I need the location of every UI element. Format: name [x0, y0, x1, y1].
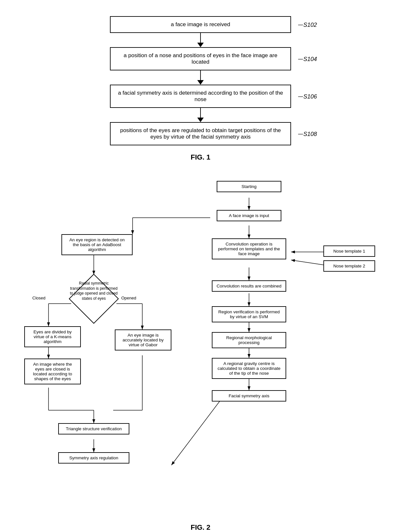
face-image-input-box: A face image is input: [217, 210, 281, 221]
regional-morphological-text: Regional morphological processing: [226, 335, 272, 345]
arrow-1: [197, 33, 204, 47]
closed-label: Closed: [32, 296, 45, 300]
eye-gabor-text: An eye image is accurately located by vi…: [123, 333, 164, 347]
convolution-results-text: Convolution results are combined: [217, 284, 281, 288]
step-s104-label: ⸺S104: [297, 55, 317, 63]
eye-gabor-box: An eye image is accurately located by vi…: [115, 329, 171, 350]
starting-box: Starting: [217, 181, 281, 192]
convolution-text: Convolution operation is performed on te…: [218, 242, 280, 256]
face-image-input-text: A face image is input: [229, 213, 269, 218]
facial-symmetry-text: Facial symmetry axis: [229, 393, 269, 398]
triangle-structure-box: Triangle structure verification: [58, 423, 129, 434]
image-closed-text: An image where the eyes are closed is lo…: [33, 362, 72, 381]
fig1-title: FIG. 1: [190, 153, 210, 162]
eye-region-text: An eye region is detected on the basis o…: [69, 237, 125, 252]
step-s104-text: a position of a nose and positions of ey…: [124, 52, 277, 65]
svg-line-10: [171, 397, 223, 465]
starting-text: Starting: [242, 184, 257, 189]
symmetry-axis-box: Symmetry axis regulation: [58, 452, 129, 464]
regional-gravity-box: A regional gravity centre is calculated …: [212, 358, 286, 379]
step-s106-wrapper: a facial symmetry axis is determined acc…: [110, 85, 291, 108]
fig2-container: Starting A face image is input Convoluti…: [23, 178, 378, 532]
fig2-arrows: [23, 178, 378, 517]
eyes-divided-box: Eyes are divided by virtue of a K-means …: [24, 326, 81, 347]
step-s102-wrapper: a face image is received ⸺S102: [110, 16, 291, 33]
regional-gravity-text: A regional gravity centre is calculated …: [218, 361, 280, 376]
nose-template-1-text: Nose template 1: [333, 249, 365, 254]
fig2-title: FIG. 2: [23, 523, 378, 532]
step-s102-text: a face image is received: [171, 21, 230, 27]
diamond-svg: [68, 273, 120, 325]
convolution-results-box: Convolution results are combined: [212, 280, 286, 292]
opened-label: Opened: [121, 296, 136, 300]
svg-marker-25: [69, 274, 118, 323]
step-s104-wrapper: a position of a nose and positions of ey…: [110, 47, 291, 70]
nose-template-2-text: Nose template 2: [333, 264, 365, 268]
region-verification-text: Region verification is performed by virt…: [218, 309, 280, 319]
nose-template-2-box: Nose template 2: [323, 260, 375, 272]
step-s108-wrapper: positions of the eyes are regulated to o…: [110, 122, 291, 145]
diamond-wrapper: Radial symmetric transformation is perfo…: [68, 273, 120, 325]
step-s106-label: ⸺S106: [297, 93, 317, 100]
step-s108-label: ⸺S108: [297, 130, 317, 138]
triangle-structure-text: Triangle structure verification: [66, 426, 122, 431]
page: a face image is received ⸺S102 a positio…: [0, 0, 401, 532]
fig2-inner: Starting A face image is input Convoluti…: [23, 178, 378, 517]
eyes-divided-text: Eyes are divided by virtue of a K-means …: [34, 329, 72, 344]
step-s102-box: a face image is received: [110, 16, 291, 33]
step-s102-label: ⸺S102: [297, 21, 317, 28]
arrow-3: [197, 108, 204, 122]
step-s106-text: a facial symmetry axis is determined acc…: [118, 90, 283, 102]
step-s104-box: a position of a nose and positions of ey…: [110, 47, 291, 70]
step-s108-text: positions of the eyes are regulated to o…: [120, 127, 281, 140]
arrow-2: [197, 70, 204, 85]
step-s106-box: a facial symmetry axis is determined acc…: [110, 85, 291, 108]
fig1-container: a face image is received ⸺S102 a positio…: [19, 10, 382, 165]
image-closed-box: An image where the eyes are closed is lo…: [24, 359, 81, 384]
symmetry-axis-text: Symmetry axis regulation: [69, 455, 118, 460]
step-s108-box: positions of the eyes are regulated to o…: [110, 122, 291, 145]
eye-region-box: An eye region is detected on the basis o…: [61, 234, 133, 255]
nose-template-1-box: Nose template 1: [323, 245, 375, 257]
facial-symmetry-box: Facial symmetry axis: [212, 390, 286, 402]
svg-line-4: [291, 260, 323, 265]
region-verification-box: Region verification is performed by virt…: [212, 306, 286, 322]
regional-morphological-box: Regional morphological processing: [212, 332, 286, 348]
convolution-box: Convolution operation is performed on te…: [212, 238, 286, 259]
